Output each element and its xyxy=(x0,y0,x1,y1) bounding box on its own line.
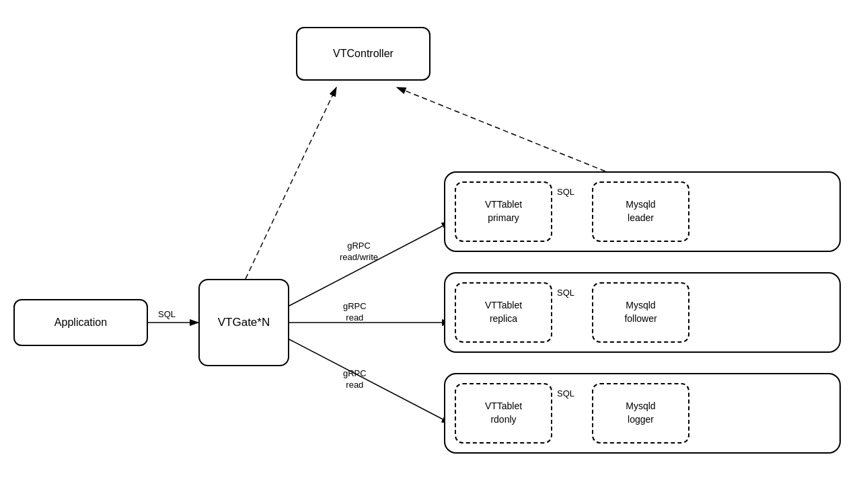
mysqld-logger-node: Mysqldlogger xyxy=(592,383,689,444)
mysqld-follower-node: Mysqldfollower xyxy=(592,282,689,343)
diagram-container: SQL VTController Application VTGate*N VT… xyxy=(0,0,861,504)
grpc-read2-label: gRPCread xyxy=(343,368,367,391)
svg-line-11 xyxy=(397,87,605,171)
mysqld-leader-node: Mysqldleader xyxy=(592,181,689,242)
sql-rdonly-label: SQL xyxy=(557,388,574,400)
svg-line-4 xyxy=(289,222,451,306)
grpc-read1-label: gRPCread xyxy=(343,301,367,324)
vtcontroller-node: VTController xyxy=(296,27,430,81)
vtgate-node: VTGate*N xyxy=(198,279,289,366)
svg-text:SQL: SQL xyxy=(158,309,176,319)
vttablet-primary-node: VTTabletprimary xyxy=(455,181,552,242)
svg-line-10 xyxy=(246,87,336,279)
vttablet-rdonly-node: VTTabletrdonly xyxy=(455,383,552,444)
application-node: Application xyxy=(13,299,148,346)
sql-replica-label: SQL xyxy=(557,288,574,299)
vttablet-replica-node: VTTabletreplica xyxy=(455,282,552,343)
grpc-rw-label: gRPCread/write xyxy=(340,241,378,263)
svg-line-6 xyxy=(289,339,451,423)
sql-primary-label: SQL xyxy=(557,187,574,198)
